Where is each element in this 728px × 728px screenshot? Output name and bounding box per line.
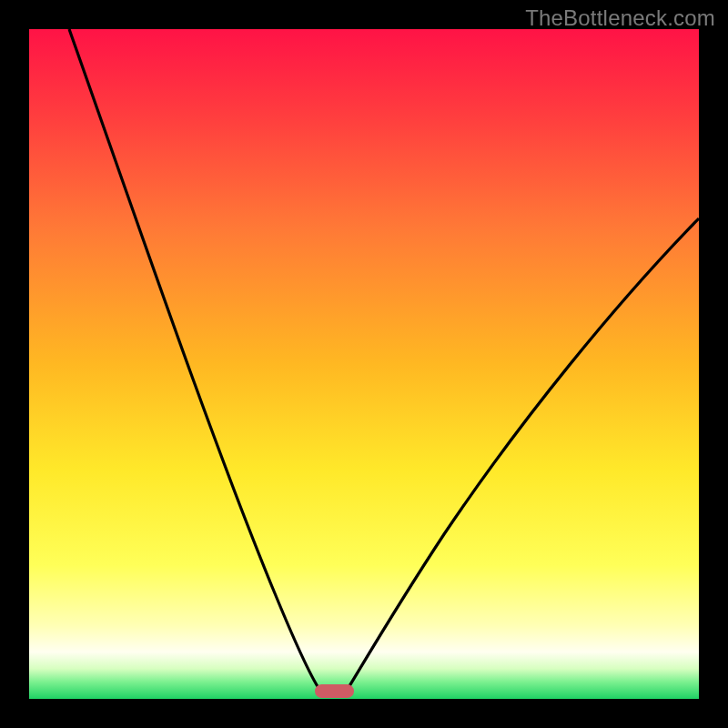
curve-left xyxy=(69,29,322,693)
curve-right xyxy=(345,218,699,693)
chart-frame: TheBottleneck.com xyxy=(0,0,728,728)
bottleneck-curves xyxy=(29,29,699,699)
watermark-text: TheBottleneck.com xyxy=(525,5,715,31)
bottleneck-marker xyxy=(315,684,354,698)
plot-area xyxy=(29,29,699,699)
